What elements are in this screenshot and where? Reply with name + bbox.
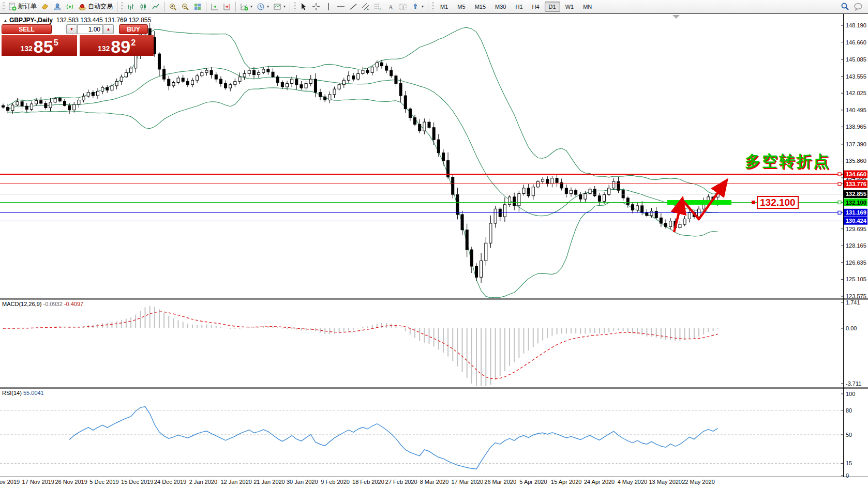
macd-label: MACD(12,26,9) -0.0932 -0.4097 <box>2 301 83 307</box>
line-chart-icon <box>152 3 160 11</box>
trendline-icon <box>349 3 357 11</box>
date-axis-label: 22 May 2020 <box>682 479 715 485</box>
toolbar-grip[interactable] <box>294 2 296 11</box>
community-button[interactable] <box>51 1 64 13</box>
price-level-label: 134.660 <box>846 171 866 177</box>
timeframe-button-D1[interactable]: D1 <box>545 2 560 12</box>
dropdown-caret-icon[interactable]: ▾ <box>250 4 252 9</box>
periods-button[interactable]: ▾ <box>255 1 271 13</box>
auto-trading-icon <box>78 3 86 11</box>
candlestick-icon <box>139 3 147 11</box>
sell-button[interactable]: SELL <box>2 24 52 34</box>
buy-price-button[interactable]: 132892 <box>80 35 154 56</box>
chart-shift-icon <box>223 3 231 11</box>
auto-trading-button[interactable]: 自动交易 <box>76 1 115 13</box>
macd-signal-value: -0.4097 <box>64 301 83 307</box>
sell-price-button[interactable]: 132855 <box>2 35 77 56</box>
turning-point-annotation[interactable]: 多空转折点 <box>745 151 830 172</box>
trendline-tool-button[interactable] <box>347 1 360 13</box>
candle-chart-mode-button[interactable] <box>137 1 149 13</box>
clock-icon <box>257 3 265 11</box>
volume-input[interactable] <box>77 24 103 34</box>
signal-icon <box>66 3 74 11</box>
chat-button[interactable] <box>851 1 865 13</box>
signals-button[interactable] <box>64 1 76 13</box>
templates-button[interactable]: ▾ <box>271 1 288 13</box>
crosshair-tool-button[interactable] <box>310 1 322 13</box>
toolbar-grip[interactable] <box>3 2 5 11</box>
timeframe-button-M30[interactable]: M30 <box>491 2 510 12</box>
date-axis-label: 30 Jan 2020 <box>287 479 318 485</box>
sell-price-prefix: 132 <box>20 44 32 53</box>
date-axis-label: 26 Mar 2020 <box>484 479 516 485</box>
toolbar-grip[interactable] <box>432 2 434 11</box>
cursor-tool-button[interactable] <box>297 1 310 13</box>
date-axis-label: 17 Nov 2019 <box>22 479 54 485</box>
line-chart-mode-button[interactable] <box>149 1 162 13</box>
channel-tool-button[interactable]: E <box>360 1 372 13</box>
fibonacci-tool-button[interactable]: F <box>372 1 384 13</box>
timeframe-button-MN[interactable]: MN <box>579 2 596 12</box>
toolbar-grip[interactable] <box>121 2 123 11</box>
tile-windows-icon <box>193 3 202 11</box>
price-axis-tick: 137.390 <box>846 141 866 147</box>
timeframe-button-M5[interactable]: M5 <box>453 2 469 12</box>
zoom-out-button[interactable] <box>179 1 191 13</box>
volume-increase-button[interactable]: ▲ <box>103 24 114 34</box>
dropdown-caret-icon[interactable]: ▾ <box>283 4 286 9</box>
rsi-label: RSI(14) 55.0041 <box>2 390 44 396</box>
buy-button[interactable]: BUY <box>119 24 148 34</box>
zoom-in-button[interactable] <box>167 1 179 13</box>
dropdown-caret-icon[interactable]: ▾ <box>422 4 424 9</box>
date-axis-label: 6 Nov 2019 <box>0 479 20 485</box>
vertical-line-icon <box>324 3 333 11</box>
timeframe-button-H4[interactable]: H4 <box>528 2 544 12</box>
crosshair-icon <box>312 3 320 11</box>
history-center-button[interactable] <box>39 1 51 13</box>
timeframe-button-H1[interactable]: H1 <box>511 2 527 12</box>
macd-main-value: -0.0932 <box>43 301 62 307</box>
indicators-button[interactable]: ▾ <box>238 1 255 13</box>
search-button[interactable] <box>839 1 851 13</box>
fibonacci-icon: F <box>374 3 382 11</box>
rsi-axis-tick: 15 <box>846 460 852 466</box>
date-axis-label: 2 Jan 2020 <box>189 479 217 485</box>
price-axis-tick: 146.660 <box>846 39 866 45</box>
one-click-trading-panel: SELL ▼ ▲ BUY 132855 132892 <box>2 24 155 56</box>
date-axis-label: 4 May 2020 <box>618 479 647 485</box>
date-axis-label: 5 Dec 2019 <box>89 479 118 485</box>
vertical-line-tool-button[interactable] <box>322 1 335 13</box>
date-axis-label: 17 Mar 2020 <box>451 479 483 485</box>
collapse-panel-icon[interactable]: ▲ <box>3 18 8 23</box>
price-level-label: 132.100 <box>846 200 866 206</box>
price-level-label: 130.424 <box>846 218 867 224</box>
price-level-flag[interactable]: 132.100 <box>757 196 799 209</box>
dropdown-caret-icon[interactable]: ▾ <box>267 4 269 9</box>
volume-decrease-button[interactable]: ▼ <box>66 24 77 34</box>
date-axis-label: 24 Dec 2019 <box>154 479 186 485</box>
timeframe-button-M15[interactable]: M15 <box>471 2 490 12</box>
price-axis-tick: 142.025 <box>846 90 866 96</box>
new-order-button[interactable]: 新订单 <box>6 1 39 13</box>
timeframe-button-M1[interactable]: M1 <box>436 2 452 12</box>
svg-text:A: A <box>388 3 393 10</box>
text-label-tool-button[interactable]: T <box>397 1 409 13</box>
horizontal-line-tool-button[interactable] <box>335 1 347 13</box>
price-axis-tick: 143.555 <box>846 73 866 80</box>
tile-windows-button[interactable] <box>191 1 204 13</box>
timeframe-button-W1[interactable]: W1 <box>561 2 578 12</box>
text-tool-button[interactable]: A <box>384 1 397 13</box>
text-icon: A <box>386 3 395 11</box>
search-icon <box>841 2 849 11</box>
rsi-axis-tick: 0 <box>846 472 849 479</box>
chart-window[interactable]: 148.190146.660145.085143.555142.025140.4… <box>0 13 868 488</box>
bar-chart-mode-button[interactable] <box>125 1 137 13</box>
chart-shift-button[interactable] <box>221 1 233 13</box>
shapes-tool-button[interactable]: ▾ <box>409 1 426 13</box>
horizontal-line-icon <box>337 3 345 11</box>
svg-text:F: F <box>380 7 382 10</box>
auto-scroll-button[interactable] <box>208 1 221 13</box>
bar-chart-icon <box>127 3 135 11</box>
rsi-name: RSI(14) <box>2 390 22 396</box>
date-axis-label: 13 May 2020 <box>649 479 682 485</box>
